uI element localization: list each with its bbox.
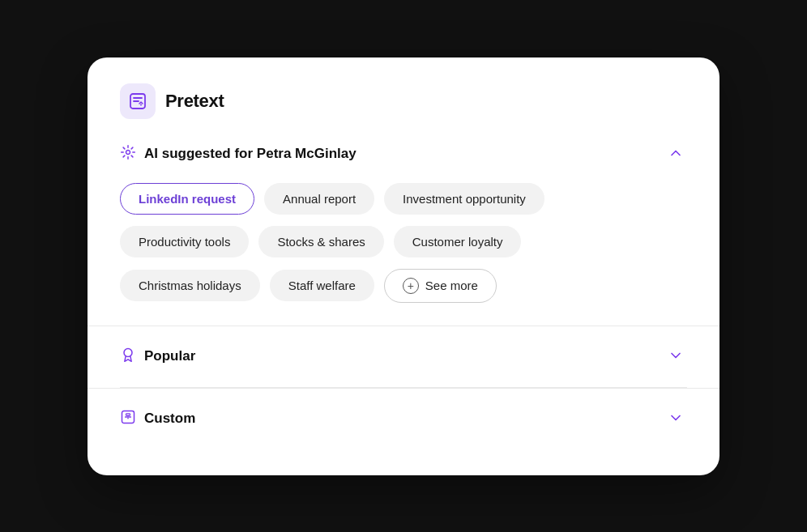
popular-section-left: Popular: [120, 347, 195, 366]
popular-section-toggle[interactable]: [664, 344, 687, 369]
ai-section-header-left: AI suggested for Petra McGinlay: [120, 144, 357, 164]
svg-rect-13: [126, 414, 130, 415]
popular-section-row: Popular: [120, 326, 687, 388]
tag-christmas-holidays[interactable]: Christmas holidays: [120, 270, 260, 301]
tag-productivity-tools[interactable]: Productivity tools: [120, 226, 249, 257]
tags-row-2: Productivity tools Stocks & shares Custo…: [120, 226, 687, 257]
tag-annual-report[interactable]: Annual report: [264, 183, 374, 215]
custom-section-toggle[interactable]: [664, 406, 687, 432]
logo-icon: [120, 83, 156, 119]
svg-point-11: [124, 349, 132, 357]
tag-stocks-shares[interactable]: Stocks & shares: [258, 226, 383, 257]
ai-section-header: AI suggested for Petra McGinlay: [120, 142, 687, 167]
star-icon: [120, 144, 136, 164]
svg-line-7: [123, 147, 125, 149]
popular-title: Popular: [144, 348, 195, 364]
award-icon: [120, 347, 136, 366]
svg-point-2: [126, 151, 130, 155]
tags-container: LinkedIn request Annual report Investmen…: [120, 183, 687, 303]
tag-customer-loyalty[interactable]: Customer loyalty: [394, 226, 522, 257]
ai-section-toggle[interactable]: [664, 142, 687, 167]
custom-icon: [120, 409, 136, 428]
svg-line-10: [131, 147, 133, 149]
custom-section-row: Custom: [120, 389, 687, 449]
tags-row-1: LinkedIn request Annual report Investmen…: [120, 183, 687, 215]
app-title: Pretext: [165, 91, 224, 112]
ai-section-title: AI suggested for Petra McGinlay: [144, 146, 357, 162]
tag-staff-welfare[interactable]: Staff welfare: [270, 270, 374, 301]
svg-line-8: [131, 155, 133, 157]
main-card: Pretext: [88, 57, 719, 475]
tag-investment-opportunity[interactable]: Investment opportunity: [384, 183, 544, 215]
tags-row-3: Christmas holidays Staff welfare + See m…: [120, 269, 687, 303]
plus-icon: +: [403, 278, 419, 294]
tag-linkedin[interactable]: LinkedIn request: [120, 183, 254, 215]
svg-line-9: [123, 155, 125, 157]
tag-see-more[interactable]: + See more: [384, 269, 497, 303]
chevron-down-icon-popular: [668, 347, 684, 366]
chevron-up-icon: [668, 145, 684, 164]
svg-point-1: [140, 104, 142, 105]
screen: Pretext: [0, 0, 807, 532]
custom-section-left: Custom: [120, 409, 195, 428]
logo-row: Pretext: [120, 83, 687, 119]
chevron-down-icon-custom: [668, 410, 684, 428]
custom-title: Custom: [144, 411, 195, 427]
